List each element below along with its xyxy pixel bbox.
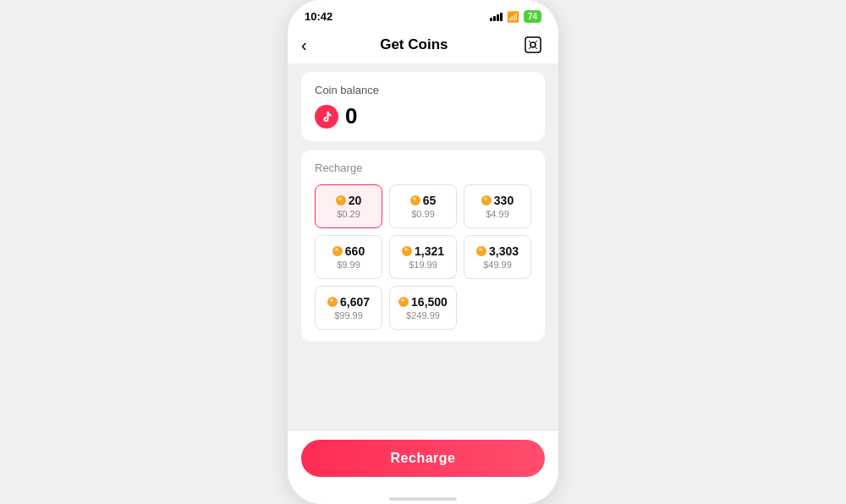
coin-option-4[interactable]: 660$9.99 xyxy=(315,235,382,279)
coin-balance-value: 0 xyxy=(345,103,357,129)
coin-option-7[interactable]: 6,607$99.99 xyxy=(315,286,382,330)
coin-balance-label: Coin balance xyxy=(315,84,531,96)
history-icon xyxy=(523,35,543,55)
coin-option-6[interactable]: 3,303$49.99 xyxy=(464,235,531,279)
coin-option-5[interactable]: 1,321$19.99 xyxy=(389,235,457,279)
coin-balance-card: Coin balance 0 xyxy=(301,72,545,141)
coin-option-3[interactable]: 330$4.99 xyxy=(464,184,531,228)
status-time: 10:42 xyxy=(305,10,332,23)
wifi-icon: 📶 xyxy=(507,11,519,23)
signal-icon xyxy=(490,13,503,21)
battery-icon: 74 xyxy=(524,10,541,23)
status-icons: 📶 74 xyxy=(490,10,541,23)
home-bar xyxy=(389,497,457,501)
coin-options-grid: 20$0.2965$0.99330$4.99660$9.991,321$19.9… xyxy=(315,184,531,330)
coin-balance-row: 0 xyxy=(315,103,531,129)
coin-option-8[interactable]: 16,500$249.99 xyxy=(389,286,457,330)
recharge-card: Recharge 20$0.2965$0.99330$4.99660$9.991… xyxy=(301,150,545,342)
recharge-button[interactable]: Recharge xyxy=(301,440,545,477)
bottom-area: Recharge xyxy=(288,430,558,490)
history-icon-button[interactable] xyxy=(521,33,545,57)
home-indicator xyxy=(288,490,558,504)
recharge-label: Recharge xyxy=(315,162,531,174)
tiktok-coin-icon xyxy=(315,105,338,129)
svg-point-1 xyxy=(530,42,536,47)
nav-bar: ‹ Get Coins xyxy=(288,28,558,63)
page-title: Get Coins xyxy=(380,36,448,53)
svg-rect-0 xyxy=(525,37,541,52)
back-button[interactable]: ‹ xyxy=(301,36,307,55)
phone-container: 10:42 📶 74 ‹ Get Coins xyxy=(288,0,558,504)
status-bar: 10:42 📶 74 xyxy=(288,0,558,28)
coin-option-2[interactable]: 65$0.99 xyxy=(389,184,457,228)
coin-option-1[interactable]: 20$0.29 xyxy=(315,184,382,228)
battery-label: 74 xyxy=(528,12,537,21)
content-area: Coin balance 0 Recharge 20$0.2965$0.9933… xyxy=(288,63,558,430)
